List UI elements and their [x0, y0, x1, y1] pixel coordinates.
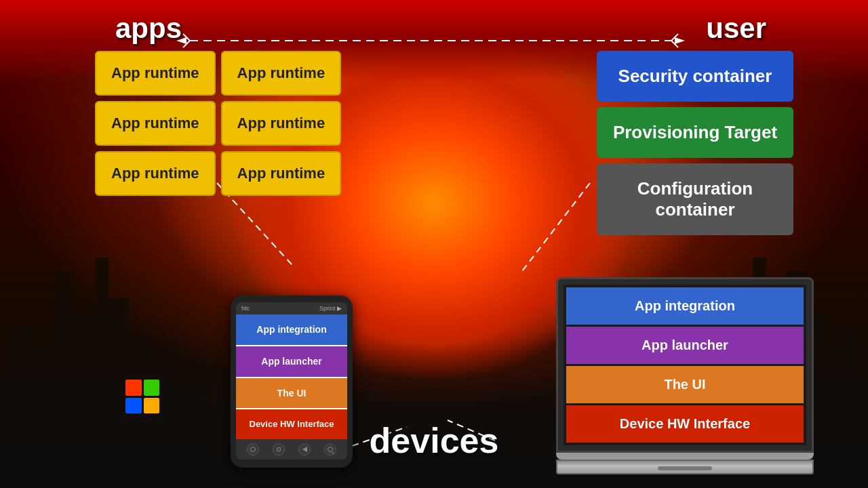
windows-logo-green — [144, 380, 160, 396]
container-stack: Security container Provisioning Target C… — [597, 51, 793, 235]
runtime-box-6: App runtime — [221, 151, 342, 196]
phone-outer: htc Sprint ▶ App integration App launche… — [231, 296, 353, 468]
phone-layer-app-integration: App integration — [236, 314, 347, 345]
runtime-box-1: App runtime — [95, 51, 216, 96]
runtime-box-5: App runtime — [95, 151, 216, 196]
runtime-box-3: App runtime — [95, 101, 216, 146]
phone-screen: App integration App launcher The UI Devi… — [236, 314, 347, 439]
windows-logo-yellow — [144, 398, 160, 414]
configuration-container: Configuration container — [597, 163, 793, 235]
phone-layer-device-hw: Device HW Interface — [236, 409, 347, 439]
laptop-device: App integration App launcher The UI Devi… — [556, 277, 814, 474]
laptop-base — [556, 460, 814, 474]
laptop-layer-app-integration: App integration — [566, 287, 804, 325]
user-label: user — [706, 12, 766, 45]
security-container: Security container — [597, 51, 793, 102]
laptop-screen-inner: App integration App launcher The UI Devi… — [564, 285, 806, 445]
phone-back-btn[interactable] — [298, 443, 311, 455]
phone-search-btn[interactable] — [324, 443, 336, 455]
phone-carrier: Sprint ▶ — [319, 305, 342, 312]
laptop-layer-the-ui: The UI — [566, 366, 804, 403]
provisioning-target: Provisioning Target — [597, 107, 793, 158]
windows-logo — [125, 380, 159, 413]
runtime-box-2: App runtime — [221, 51, 342, 96]
laptop-screen: App integration App launcher The UI Devi… — [556, 277, 814, 453]
phone-layer-the-ui: The UI — [236, 378, 347, 409]
windows-logo-red — [125, 380, 142, 396]
phone-brand: htc — [241, 305, 250, 312]
phone-device: htc Sprint ▶ App integration App launche… — [231, 296, 353, 468]
laptop-hinge — [556, 453, 814, 460]
phone-home-btn[interactable] — [247, 443, 259, 455]
phone-menu-btn[interactable] — [273, 443, 285, 455]
laptop-layer-device-hw: Device HW Interface — [566, 405, 804, 443]
laptop-layer-app-launcher: App launcher — [566, 327, 804, 364]
runtime-grid: App runtime App runtime App runtime App … — [95, 51, 341, 196]
devices-label: devices — [370, 420, 499, 461]
windows-logo-blue — [125, 398, 142, 414]
phone-layer-app-launcher: App launcher — [236, 346, 347, 377]
runtime-box-4: App runtime — [221, 101, 342, 146]
phone-footer — [236, 439, 347, 460]
phone-header: htc Sprint ▶ — [236, 302, 347, 314]
apps-label: apps — [115, 12, 182, 45]
